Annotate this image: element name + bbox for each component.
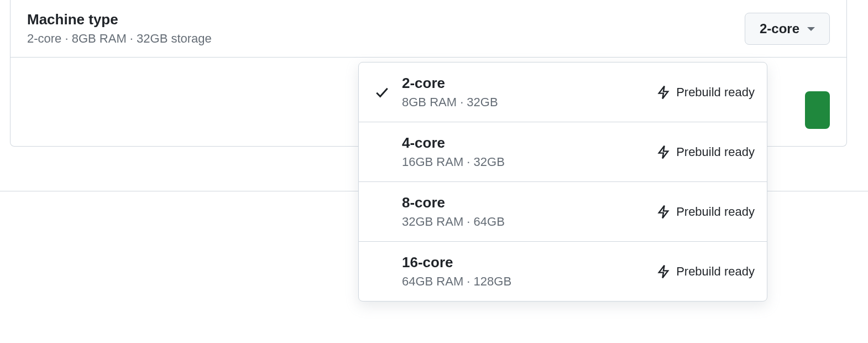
zap-icon [656,85,671,100]
machine-option-title: 16-core [402,254,656,271]
machine-option-body: 16-core 64GB RAM · 128GB [393,254,656,289]
create-codespace-button[interactable] [805,91,830,129]
machine-option-title: 4-core [402,134,656,152]
machine-option-sub: 32GB RAM · 64GB [402,215,656,229]
check-icon [371,85,393,100]
machine-option-body: 4-core 16GB RAM · 32GB [393,134,656,169]
machine-type-label-group: Machine type 2-core · 8GB RAM · 32GB sto… [27,11,212,46]
machine-option-8-core[interactable]: 8-core 32GB RAM · 64GB Prebuild ready [359,182,767,242]
machine-option-body: 8-core 32GB RAM · 64GB [393,194,656,229]
machine-option-title: 2-core [402,75,656,92]
machine-type-subtitle: 2-core · 8GB RAM · 32GB storage [27,32,212,46]
prebuild-badge-label: Prebuild ready [676,145,755,159]
prebuild-badge: Prebuild ready [656,264,755,279]
machine-option-sub: 16GB RAM · 32GB [402,155,656,169]
machine-type-selected-label: 2-core [760,21,799,37]
machine-option-sub: 8GB RAM · 32GB [402,95,656,110]
machine-option-2-core[interactable]: 2-core 8GB RAM · 32GB Prebuild ready [359,63,767,122]
zap-icon [656,205,671,219]
prebuild-badge: Prebuild ready [656,145,755,159]
prebuild-badge: Prebuild ready [656,205,755,219]
prebuild-badge-label: Prebuild ready [676,264,755,279]
prebuild-badge-label: Prebuild ready [676,205,755,219]
machine-option-sub: 64GB RAM · 128GB [402,274,656,289]
zap-icon [656,264,671,279]
machine-option-body: 2-core 8GB RAM · 32GB [393,75,656,110]
machine-type-dropdown: 2-core 8GB RAM · 32GB Prebuild ready 4-c… [358,62,767,302]
prebuild-badge: Prebuild ready [656,85,755,100]
machine-type-select-button[interactable]: 2-core [745,13,830,45]
machine-type-row: Machine type 2-core · 8GB RAM · 32GB sto… [11,0,846,58]
prebuild-badge-label: Prebuild ready [676,85,755,100]
machine-type-title: Machine type [27,11,212,28]
machine-option-4-core[interactable]: 4-core 16GB RAM · 32GB Prebuild ready [359,122,767,182]
zap-icon [656,145,671,159]
caret-down-icon [807,27,815,31]
machine-option-title: 8-core [402,194,656,211]
machine-option-16-core[interactable]: 16-core 64GB RAM · 128GB Prebuild ready [359,242,767,301]
